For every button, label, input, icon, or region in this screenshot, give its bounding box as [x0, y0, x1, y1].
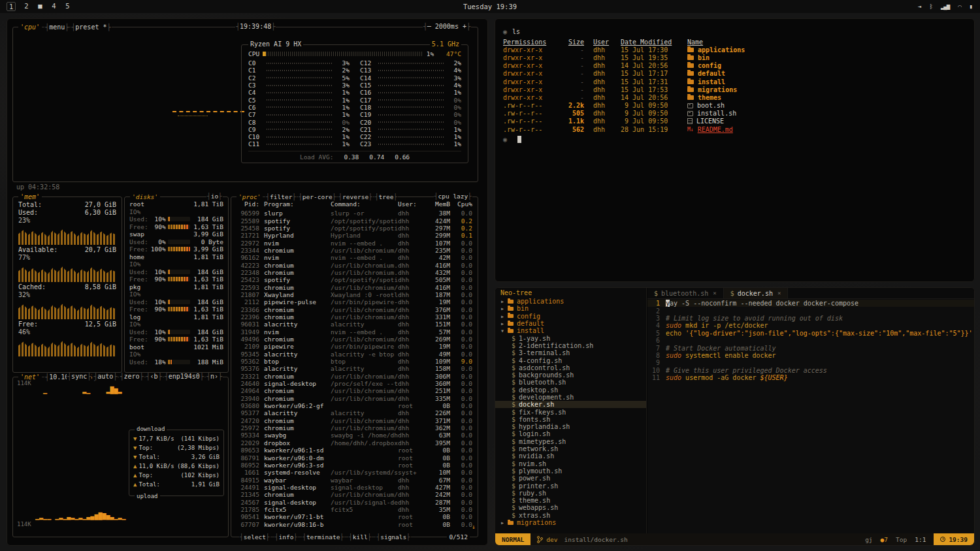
- process-row[interactable]: 22972nvimnvim --embed .dhh107M0.0: [237, 239, 472, 246]
- proc-action-terminate[interactable]: terminate: [302, 533, 344, 541]
- process-row[interactable]: 25972chromium/usr/lib/chromium/dhh362M0.…: [237, 424, 472, 432]
- process-row[interactable]: 22593chromium/usr/lib/chromium/dhh416M0.…: [237, 283, 472, 291]
- process-row[interactable]: 25458spotify/opt/spotify/spotidhh297M0.2: [237, 225, 472, 232]
- code-line-7[interactable]: 7# Start Docker automatically: [647, 344, 974, 351]
- screencast-icon[interactable]: ⇥: [918, 3, 921, 10]
- process-row[interactable]: 1661systemd-resolve/usr/lib/systemd/ssys…: [237, 469, 472, 476]
- code-line-5[interactable]: 5echo '{"log-driver":"json-file","log-op…: [647, 330, 974, 337]
- process-row[interactable]: 24567signal-desktop/usr/lib/signal-dedhh…: [237, 498, 472, 505]
- process-row[interactable]: 86952kworker/u96:3-sdroot0B0.0: [237, 462, 472, 469]
- tree-item-mimetypes.sh[interactable]: $mimetypes.sh: [495, 438, 646, 445]
- net-control-n-[interactable]: n›: [206, 373, 223, 380]
- tree-item-docker.sh[interactable]: $docker.sh: [495, 401, 646, 408]
- tree-item-printer.sh[interactable]: $printer.sh: [495, 482, 646, 489]
- proc-action-select[interactable]: select: [239, 533, 270, 541]
- tree-item-backgrounds.sh[interactable]: $backgrounds.sh: [495, 371, 646, 379]
- process-row[interactable]: 21807XwaylandXwayland :0 -rootldhh187M0.…: [237, 291, 472, 298]
- net-control-zero[interactable]: zero: [119, 373, 144, 380]
- close-tab-icon[interactable]: ×: [777, 290, 781, 296]
- net-control-auto[interactable]: auto: [93, 373, 118, 380]
- process-row[interactable]: 25423spotify/opt/spotify/spotidhh505M0.0: [237, 276, 472, 283]
- process-row[interactable]: 23344chromium/usr/lib/chromium/dhh235M0.…: [237, 247, 472, 254]
- process-row[interactable]: 95376alacrittyalacrittydhh158M0.0: [237, 365, 472, 372]
- tree-item-plymouth.sh[interactable]: $plymouth.sh: [495, 467, 646, 475]
- code-line-8[interactable]: 8sudo systemctl enable docker: [647, 352, 974, 359]
- code-buffer[interactable]: 1yay -S --noconfirm --needed docker dock…: [647, 300, 974, 533]
- tree-item-network.sh[interactable]: $network.sh: [495, 445, 646, 452]
- prompt-row-2[interactable]: ◉: [503, 134, 966, 144]
- code-line-6[interactable]: 6: [647, 337, 974, 344]
- tree-item-bluetooth.sh[interactable]: $bluetooth.sh: [495, 379, 646, 386]
- process-row[interactable]: 42223chromium/usr/lib/chromium.dhh416M0.…: [237, 261, 472, 268]
- tree-item-development.sh[interactable]: $development.sh: [495, 394, 646, 401]
- process-row[interactable]: 86791kworker/u96:0-dmroot0B0.0: [237, 454, 472, 461]
- tree-item-ruby.sh[interactable]: $ruby.sh: [495, 490, 646, 497]
- cpu-control-menu[interactable]: menu: [44, 23, 69, 31]
- cpu-control-preset-[interactable]: preset *: [71, 23, 111, 31]
- process-row[interactable]: 21345chromium/usr/lib/chromium/dhh242M0.…: [237, 491, 472, 498]
- tree-item-install[interactable]: ▾install: [495, 327, 646, 334]
- process-row[interactable]: 96599slurpslurp -ordhh38M0.0: [237, 210, 472, 217]
- process-row[interactable]: 23366chromium/usr/lib/chromium/dhh376M0.…: [237, 306, 472, 313]
- proc-action-kill[interactable]: kill: [348, 533, 372, 541]
- tree-item-config[interactable]: ▸config: [495, 313, 646, 320]
- process-row[interactable]: 93680kworker/u96:2-gfroot0B0.0: [237, 402, 472, 409]
- process-row[interactable]: 89653kworker/u96:1-sdroot0B0.0: [237, 447, 472, 454]
- process-row[interactable]: 95345alacrittyalacritty -e btopdhh49M0.0: [237, 351, 472, 358]
- process-row[interactable]: 84915waybarwaybardhh67M0.0: [237, 476, 472, 483]
- net-control-enp194s0[interactable]: enp194s0: [164, 373, 204, 380]
- process-row[interactable]: 24491signal-desktopsignal-desktopdhh427M…: [237, 484, 472, 491]
- tree-item-hyprlandia.sh[interactable]: $hyprlandia.sh: [495, 423, 646, 430]
- process-row[interactable]: 24720chromium/usr/lib/chromium/dhh371M0.…: [237, 417, 472, 424]
- code-line-10[interactable]: 10# Give this user privileged Docker acc…: [647, 367, 974, 374]
- editor-area[interactable]: $bluetooth.sh×$docker.sh× 1yay -S --noco…: [647, 288, 974, 533]
- process-row[interactable]: 90541kworker/u97:1-btroot0B0.0: [237, 513, 472, 520]
- workspace-5[interactable]: 5: [64, 2, 71, 11]
- tree-item-desktop.sh[interactable]: $desktop.sh: [495, 386, 646, 394]
- buffer-tab-docker.sh[interactable]: $docker.sh×: [724, 288, 789, 298]
- process-row[interactable]: 96162nvimnvim --embed .dhh42M0.0: [237, 254, 472, 261]
- scroll-down-icon[interactable]: ↓: [472, 523, 476, 530]
- process-row[interactable]: 95377alacrittyalacrittydhh226M0.0: [237, 409, 472, 417]
- process-row[interactable]: 49496chromium/usr/lib/chromium/dhh269M0.…: [237, 336, 472, 343]
- process-row[interactable]: 31949nvimnvim --embed .dhh57M0.0: [237, 328, 472, 336]
- process-row[interactable]: 21721HyprlandHyprlanddhh299M0.1: [237, 232, 472, 239]
- wifi-icon[interactable]: ◠: [958, 3, 960, 10]
- process-row[interactable]: 67707kworker/u98:16-broot0B0.0: [237, 520, 472, 527]
- bluetooth-icon[interactable]: ᛒ: [929, 3, 932, 10]
- proc-action-info[interactable]: info: [274, 533, 298, 541]
- process-row[interactable]: 24964chromium/usr/lib/chromium/dhh251M0.…: [237, 387, 472, 394]
- process-row[interactable]: 2112pipewire-pulse/usr/bin/pipewire-dhh1…: [237, 298, 472, 306]
- process-row[interactable]: 96031alacrittyalacrittydhh151M0.0: [237, 321, 472, 328]
- tree-item-nvidia.sh[interactable]: $nvidia.sh: [495, 452, 646, 460]
- process-row[interactable]: 23321chromium/usr/lib/chromium/dhh306M0.…: [237, 373, 472, 380]
- code-line-9[interactable]: 9: [647, 359, 974, 366]
- tree-item-migrations[interactable]: ▸migrations: [495, 519, 646, 526]
- proc-sort-mode[interactable]: cpu lazy: [434, 193, 472, 200]
- buffer-tab-bluetooth.sh[interactable]: $bluetooth.sh×: [647, 288, 724, 298]
- process-row[interactable]: 25589spotify/opt/spotify/spotidhh424M0.2: [237, 217, 472, 224]
- code-line-11[interactable]: 11sudo usermod -aG docker ${USER}: [647, 374, 974, 381]
- proc-action-signals[interactable]: signals: [376, 533, 411, 541]
- code-line-2[interactable]: 2: [647, 307, 974, 314]
- close-tab-icon[interactable]: ×: [713, 290, 716, 296]
- process-row[interactable]: 24640signal-desktop/proc/self/exe --tdhh…: [237, 380, 472, 387]
- tree-item-login.sh[interactable]: $login.sh: [495, 430, 646, 437]
- battery-icon[interactable]: ▮: [970, 3, 972, 10]
- process-row[interactable]: 22029dropbox/home/dhh/.dropboxdhh395M0.0: [237, 439, 472, 447]
- tree-item-default[interactable]: ▸default: [495, 320, 646, 327]
- process-row[interactable]: 95362btopbtopdhh109M9.0: [237, 358, 472, 365]
- process-row[interactable]: 21785fcitx5fcitx5dhh35M0.0: [237, 506, 472, 513]
- tree-item-theme.sh[interactable]: $theme.sh: [495, 497, 646, 504]
- tree-item-fonts.sh[interactable]: $fonts.sh: [495, 416, 646, 423]
- disks-io-toggle[interactable]: io: [206, 193, 223, 200]
- tree-item-nvim.sh[interactable]: $nvim.sh: [495, 460, 646, 467]
- tree-item-4-config.sh[interactable]: $4-config.sh: [495, 356, 646, 364]
- tree-item-asdcontrol.sh[interactable]: $asdcontrol.sh: [495, 364, 646, 371]
- workspace-1[interactable]: 1: [7, 2, 16, 11]
- tree-item-xtras.sh[interactable]: $xtras.sh: [495, 512, 646, 519]
- code-line-4[interactable]: 4sudo mkd ir -p /etc/docker: [647, 322, 974, 329]
- net-control--b[interactable]: ‹b: [146, 373, 163, 380]
- workspace-2[interactable]: 2: [23, 2, 29, 11]
- code-line-3[interactable]: 3# Limit log size to avoid running out o…: [647, 315, 974, 322]
